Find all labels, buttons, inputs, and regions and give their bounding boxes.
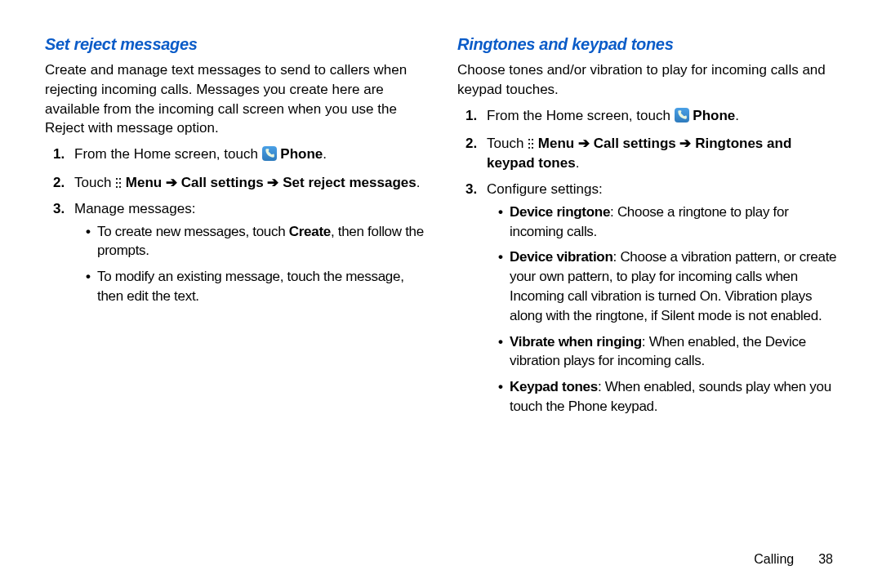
bullet-vibrate-when-ringing: Vibrate when ringing: When enabled, the … [498,332,837,372]
steps-left: 1. From the Home screen, touch Phone. 2.… [53,145,425,306]
term: Vibrate when ringing [510,334,642,350]
step-3-left: 3. Manage messages: To create new messag… [53,199,425,306]
step-text: Manage messages: [74,201,195,216]
intro-left: Create and manage text messages to send … [45,60,425,138]
period: . [735,108,739,123]
right-column: Ringtones and keypad tones Choose tones … [457,33,837,423]
left-column: Set reject messages Create and manage te… [45,33,425,423]
create-label: Create [289,224,331,239]
menu-icon [115,177,122,189]
step-num: 1. [466,106,477,126]
page-number: 38 [818,552,833,567]
phone-label: Phone [693,108,735,123]
term: Device vibration [510,249,613,265]
bullet-text: To create new messages, touch [97,224,289,239]
two-column-layout: Set reject messages Create and manage te… [45,33,837,423]
step-1-right: 1. From the Home screen, touch Phone. [466,106,837,128]
menu-icon [528,138,534,149]
step-3-right: 3. Configure settings: Device ringtone: … [466,180,837,416]
step-num: 2. [466,134,477,154]
arrow-icon: ➔ [574,136,593,151]
call-settings-label: Call settings [594,136,676,151]
step-2-left: 2. Touch Menu ➔ Call settings ➔ Set reje… [53,173,425,193]
step-num: 3. [466,180,477,199]
menu-label: Menu [126,175,162,190]
bullet-device-ringtone: Device ringtone: Choose a ringtone to pl… [498,203,837,242]
phone-icon [262,146,277,167]
menu-label: Menu [538,136,574,151]
term: Device ringtone [510,204,610,220]
steps-right: 1. From the Home screen, touch Phone. 2.… [466,106,837,416]
section-label: Calling [754,552,794,567]
bullet-keypad-tones: Keypad tones: When enabled, sounds play … [498,377,837,416]
step-2-right: 2. Touch Menu ➔ Call settings ➔ Ringtone… [466,134,837,173]
heading-ringtones: Ringtones and keypad tones [457,33,837,56]
sub-bullets-left: To create new messages, touch Create, th… [86,222,425,306]
call-settings-label: Call settings [181,175,264,190]
step-text: Touch [487,136,528,151]
arrow-icon: ➔ [676,136,695,151]
step-text: Configure settings: [487,181,603,197]
bullet-device-vibration: Device vibration: Choose a vibration pat… [498,247,837,325]
sub-bullets-right: Device ringtone: Choose a ringtone to pl… [498,203,837,416]
phone-icon [675,108,689,128]
arrow-icon: ➔ [264,175,283,190]
heading-set-reject: Set reject messages [45,33,425,56]
period: . [416,175,421,190]
bullet-create: To create new messages, touch Create, th… [86,222,425,261]
intro-right: Choose tones and/or vibration to play fo… [457,60,837,100]
phone-label: Phone [280,146,323,162]
step-num: 1. [53,145,65,164]
step-num: 2. [53,173,65,193]
bullet-modify: To modify an existing message, touch the… [86,267,425,306]
step-text: Touch [74,175,115,190]
step-1-left: 1. From the Home screen, touch Phone. [53,145,425,167]
step-text: From the Home screen, touch [487,108,675,123]
period: . [576,155,580,171]
manual-page: Set reject messages Create and manage te… [0,0,882,588]
page-footer: Calling 38 [754,552,833,567]
step-text: From the Home screen, touch [74,146,262,162]
set-reject-label: Set reject messages [283,175,416,190]
period: . [323,146,327,162]
arrow-icon: ➔ [162,175,180,190]
step-num: 3. [53,199,65,219]
term: Keypad tones [510,379,598,394]
